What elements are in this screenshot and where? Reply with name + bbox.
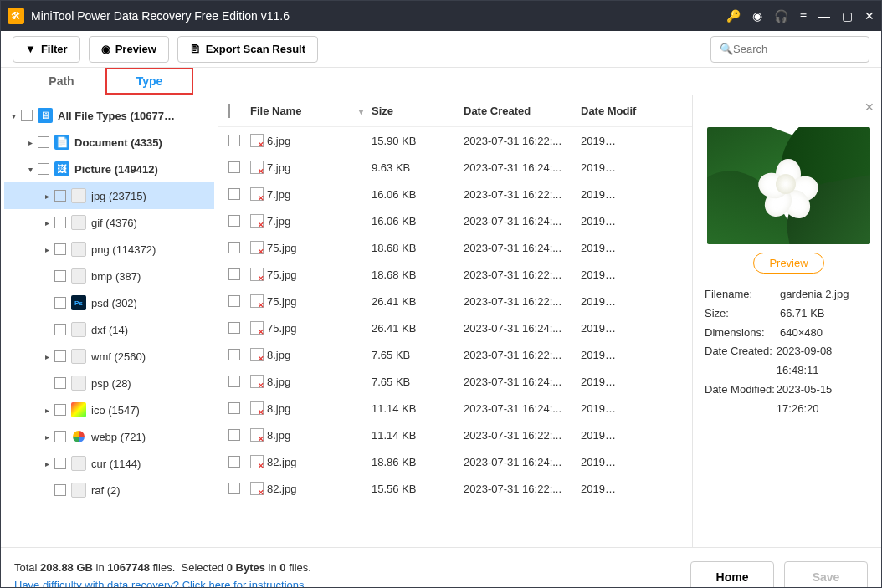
headphones-icon[interactable]: 🎧 [774,9,788,23]
col-date-created[interactable]: Date Created [464,105,581,117]
table-row[interactable]: 7.jpg9.63 KB2023-07-31 16:24:...2019… [218,154,692,181]
maximize-icon[interactable]: ▢ [842,9,853,23]
broken-image-icon [250,214,264,228]
checkbox[interactable] [228,242,240,253]
checkbox[interactable] [54,243,66,255]
filter-button[interactable]: ▼Filter [13,36,80,63]
chevron-right-icon[interactable]: ▸ [41,459,53,468]
checkbox[interactable] [54,458,66,469]
table-row[interactable]: 75.jpg26.41 KB2023-07-31 16:22:...2019… [218,288,692,314]
help-link[interactable]: Have difficulty with data recovery? Clic… [14,579,307,589]
table-row[interactable]: 8.jpg7.65 KB2023-07-31 16:22:...2019… [218,341,692,368]
checkbox[interactable] [54,217,66,228]
filter-icon: ▼ [25,43,36,55]
tree-png[interactable]: ▸png (114372) [4,236,214,263]
table-row[interactable]: 8.jpg7.65 KB2023-07-31 16:24:...2019… [218,368,692,395]
chevron-right-icon[interactable]: ▸ [41,245,53,254]
disc-icon[interactable]: ◉ [752,9,762,23]
chevron-down-icon[interactable]: ▾ [24,165,36,174]
chevron-right-icon[interactable]: ▸ [41,352,53,361]
table-row[interactable]: 7.jpg16.06 KB2023-07-31 16:22:...2019… [218,181,692,207]
chevron-right-icon[interactable]: ▸ [41,406,53,415]
checkbox[interactable] [228,349,240,360]
checkbox[interactable] [54,190,66,202]
preview-button[interactable]: ◉Preview [89,36,169,63]
checkbox[interactable] [54,431,66,442]
tab-type[interactable]: Type [105,68,193,95]
close-icon[interactable]: ✕ [864,9,874,23]
table-row[interactable]: 8.jpg11.14 KB2023-07-31 16:22:...2019… [218,422,692,448]
table-row[interactable]: 75.jpg18.68 KB2023-07-31 16:22:...2019… [218,261,692,288]
tree-bmp[interactable]: bmp (387) [4,263,214,289]
checkbox[interactable] [228,161,240,173]
menu-icon[interactable]: ≡ [800,9,807,23]
checkbox[interactable] [228,376,240,387]
tree-webp[interactable]: ▸webp (721) [4,423,214,450]
table-row[interactable]: 82.jpg18.86 KB2023-07-31 16:24:...2019… [218,448,692,475]
tree-gif[interactable]: ▸gif (4376) [4,209,214,236]
chevron-right-icon[interactable]: ▸ [41,192,53,201]
key-icon[interactable]: 🔑 [726,9,741,23]
tree-picture[interactable]: ▾🖼Picture (149412) [4,156,214,182]
tree-psp[interactable]: psp (28) [4,370,214,396]
minimize-icon[interactable]: — [818,9,830,23]
tree-wmf[interactable]: ▸wmf (2560) [4,343,214,370]
search-input[interactable]: 🔍 [710,36,869,63]
table-row[interactable]: 75.jpg26.41 KB2023-07-31 16:24:...2019… [218,314,692,341]
tree-psd[interactable]: Pspsd (302) [4,289,214,316]
table-row[interactable]: 75.jpg18.68 KB2023-07-31 16:24:...2019… [218,234,692,261]
checkbox[interactable] [228,268,240,280]
export-button[interactable]: 🖹Export Scan Result [177,36,318,63]
chevron-right-icon[interactable]: ▸ [41,432,53,442]
checkbox[interactable] [54,377,66,389]
search-field[interactable] [733,43,874,55]
col-size[interactable]: Size [372,105,464,117]
table-row[interactable]: 7.jpg16.06 KB2023-07-31 16:24:...2019… [218,207,692,234]
checkbox[interactable] [228,456,240,468]
file-size: 18.68 KB [372,242,464,254]
chevron-right-icon[interactable]: ▸ [41,218,53,228]
checkbox[interactable] [228,322,240,334]
checkbox[interactable] [228,135,240,146]
chevron-down-icon[interactable]: ▾ [8,111,19,120]
checkbox[interactable] [54,297,66,309]
checkbox[interactable] [54,270,66,282]
checkbox[interactable] [54,404,66,416]
home-button[interactable]: Home [690,561,774,589]
checkbox[interactable] [228,295,240,307]
file-modified: 2019… [581,268,684,281]
table-row[interactable]: 82.jpg15.56 KB2023-07-31 16:22:...2019… [218,475,692,502]
file-created: 2023-07-31 16:22:... [464,135,581,147]
tree-raf[interactable]: raf (2) [4,477,214,504]
tree-all-file-types[interactable]: ▾🖥All File Types (10677… [4,102,214,129]
tree-ico[interactable]: ▸ico (1547) [4,396,214,423]
checkbox[interactable] [38,136,49,148]
tree-document[interactable]: ▸📄Document (4335) [4,129,214,156]
checkbox[interactable] [21,110,33,121]
chevron-right-icon[interactable]: ▸ [24,138,36,147]
save-button[interactable]: Save [784,561,868,589]
checkbox[interactable] [54,484,66,496]
raf-icon [71,483,86,498]
checkbox[interactable] [228,402,240,414]
flower-icon [759,159,818,217]
table-row[interactable]: 6.jpg15.90 KB2023-07-31 16:22:...2019… [218,127,692,154]
tree-jpg[interactable]: ▸jpg (23715) [4,182,214,209]
checkbox[interactable] [54,350,66,362]
checkbox[interactable] [228,188,240,200]
tree-dxf[interactable]: dxf (14) [4,316,214,343]
tree-cur[interactable]: ▸cur (1144) [4,450,214,477]
preview-open-button[interactable]: Preview [753,253,823,274]
table-row[interactable]: 8.jpg11.14 KB2023-07-31 16:24:...2019… [218,395,692,422]
close-preview-icon[interactable]: ✕ [864,100,874,114]
checkbox[interactable] [54,324,66,335]
checkbox[interactable] [228,429,240,441]
checkbox[interactable] [38,163,49,175]
col-date-modified[interactable]: Date Modif [581,105,684,117]
col-file-name[interactable]: File Name▾ [250,105,372,117]
select-all-checkbox[interactable] [228,104,230,118]
checkbox[interactable] [228,215,240,227]
checkbox[interactable] [228,483,240,494]
file-modified: 2019… [581,483,684,495]
tab-path[interactable]: Path [18,68,105,95]
